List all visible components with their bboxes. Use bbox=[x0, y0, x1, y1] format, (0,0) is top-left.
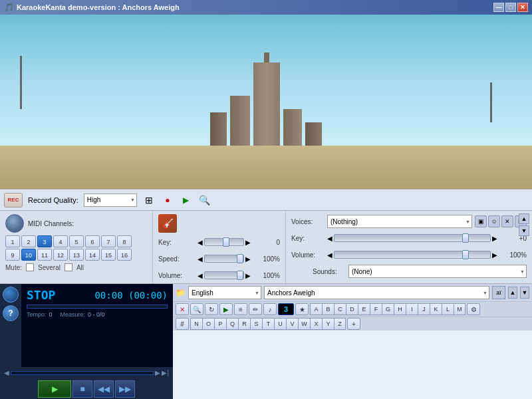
panel-arrow-dn[interactable]: ▼ bbox=[519, 225, 529, 236]
sounds-select-wrapper[interactable]: (None) bbox=[348, 265, 527, 278]
quality-select[interactable]: High Medium Low bbox=[84, 194, 137, 207]
several-checkbox[interactable] bbox=[26, 263, 34, 271]
alpha-J[interactable]: J bbox=[418, 303, 430, 315]
lyrics-arrow-dn[interactable]: ▼ bbox=[520, 287, 529, 299]
vkey-slider[interactable] bbox=[334, 234, 491, 242]
speed-left-arrow[interactable]: ◀ bbox=[198, 255, 203, 263]
stop-button[interactable]: ■ bbox=[72, 380, 92, 398]
channel-4[interactable]: 4 bbox=[53, 235, 68, 247]
alpha-X[interactable]: X bbox=[310, 318, 322, 330]
voices-icon-3[interactable]: ✕ bbox=[501, 215, 513, 227]
quality-select-wrapper[interactable]: High Medium Low bbox=[84, 194, 137, 207]
play-button[interactable]: ▶ bbox=[38, 380, 71, 398]
play-icon[interactable]: ▶ bbox=[180, 194, 193, 207]
speed-right-arrow[interactable]: ▶ bbox=[245, 255, 251, 263]
add-lyrics-btn[interactable]: + bbox=[347, 318, 360, 330]
vvol-slider[interactable] bbox=[334, 251, 491, 259]
channel-8[interactable]: 8 bbox=[117, 235, 132, 247]
alpha-C[interactable]: C bbox=[334, 303, 346, 315]
alpha-G[interactable]: G bbox=[382, 303, 394, 315]
ai-button[interactable]: aï bbox=[492, 286, 505, 299]
refresh-btn[interactable]: ↻ bbox=[205, 303, 218, 315]
grid-icon[interactable]: ⊞ bbox=[142, 194, 156, 207]
hash-btn[interactable]: # bbox=[176, 318, 189, 330]
alpha-Q[interactable]: Q bbox=[226, 318, 238, 330]
progress-bar[interactable] bbox=[27, 305, 168, 309]
key-right-arrow[interactable]: ▶ bbox=[245, 239, 251, 246]
sounds-select[interactable]: (None) bbox=[348, 265, 527, 278]
key-left-arrow[interactable]: ◀ bbox=[198, 239, 203, 246]
alpha-W[interactable]: W bbox=[298, 318, 310, 330]
speed-slider[interactable] bbox=[204, 255, 244, 263]
alpha-D[interactable]: D bbox=[346, 303, 358, 315]
vkey-left-arrow[interactable]: ◀ bbox=[327, 235, 332, 242]
star-btn[interactable]: ★ bbox=[295, 303, 309, 315]
rewind-button[interactable]: ◀◀ bbox=[94, 380, 114, 398]
alpha-O[interactable]: O bbox=[202, 318, 214, 330]
alpha-E[interactable]: E bbox=[358, 303, 370, 315]
scroll-right[interactable]: ▶ bbox=[155, 369, 160, 376]
record-icon[interactable]: ● bbox=[161, 194, 174, 207]
channel-15[interactable]: 15 bbox=[101, 249, 116, 261]
voices-icon-2[interactable]: ☺ bbox=[488, 215, 500, 227]
maximize-button[interactable]: □ bbox=[505, 3, 516, 12]
channel-3[interactable]: 3 bbox=[37, 235, 52, 247]
channel-11[interactable]: 11 bbox=[37, 249, 52, 261]
alpha-B[interactable]: B bbox=[322, 303, 334, 315]
song-select[interactable]: Anchors Aweigh bbox=[264, 286, 489, 299]
language-select[interactable]: English bbox=[188, 286, 261, 299]
lyrics-arrow-up[interactable]: ▲ bbox=[508, 287, 517, 299]
search-icon[interactable]: 🔍 bbox=[198, 194, 211, 207]
channel-9[interactable]: 9 bbox=[5, 249, 20, 261]
vvol-left-arrow[interactable]: ◀ bbox=[327, 251, 332, 259]
alpha-P[interactable]: P bbox=[214, 318, 226, 330]
scroll-end[interactable]: ▶| bbox=[162, 369, 169, 376]
vvol-right-arrow[interactable]: ▶ bbox=[492, 251, 497, 259]
alpha-H[interactable]: H bbox=[394, 303, 406, 315]
alpha-V[interactable]: V bbox=[286, 318, 298, 330]
channel-5[interactable]: 5 bbox=[69, 235, 84, 247]
delete-icon-btn[interactable]: ✕ bbox=[176, 303, 189, 315]
search-btn[interactable]: 🔍 bbox=[190, 303, 203, 315]
alpha-Z[interactable]: Z bbox=[334, 318, 346, 330]
panel-arrow-up[interactable]: ▲ bbox=[519, 213, 529, 224]
volume-right-arrow[interactable]: ▶ bbox=[245, 272, 251, 279]
alpha-T[interactable]: T bbox=[262, 318, 274, 330]
alpha-R[interactable]: R bbox=[238, 318, 250, 330]
rec-button[interactable]: REC bbox=[4, 193, 23, 207]
music-btn[interactable]: ♪ bbox=[263, 303, 277, 315]
globe-icon[interactable] bbox=[3, 287, 19, 303]
all-checkbox[interactable] bbox=[65, 263, 72, 271]
alpha-S[interactable]: S bbox=[250, 318, 262, 330]
alpha-M[interactable]: M bbox=[454, 303, 466, 315]
voices-icon-1[interactable]: ▣ bbox=[475, 215, 487, 227]
voices-select-wrapper[interactable]: (Nothing) bbox=[327, 215, 472, 228]
alpha-I[interactable]: I bbox=[406, 303, 418, 315]
info-icon[interactable]: ? bbox=[3, 305, 19, 321]
channel-12[interactable]: 12 bbox=[53, 249, 68, 261]
list-btn[interactable]: ≡ bbox=[234, 303, 247, 315]
channel-2[interactable]: 2 bbox=[21, 235, 36, 247]
play-sm-btn[interactable]: ▶ bbox=[219, 303, 233, 315]
channel-1[interactable]: 1 bbox=[5, 235, 20, 247]
vkey-right-arrow[interactable]: ▶ bbox=[492, 235, 497, 242]
volume-left-arrow[interactable]: ◀ bbox=[198, 272, 203, 279]
close-button[interactable]: ✕ bbox=[517, 3, 528, 12]
voices-select[interactable]: (Nothing) bbox=[327, 215, 472, 228]
alpha-U[interactable]: U bbox=[274, 318, 286, 330]
channel-6[interactable]: 6 bbox=[85, 235, 100, 247]
channel-10[interactable]: 10 bbox=[21, 249, 36, 261]
channel-7[interactable]: 7 bbox=[101, 235, 116, 247]
alpha-A[interactable]: A bbox=[310, 303, 322, 315]
alpha-N[interactable]: N bbox=[190, 318, 202, 330]
channel-13[interactable]: 13 bbox=[69, 249, 84, 261]
volume-slider[interactable] bbox=[204, 271, 244, 279]
settings-btn[interactable]: ⚙ bbox=[467, 303, 480, 315]
alpha-K[interactable]: K bbox=[430, 303, 442, 315]
minimize-button[interactable]: — bbox=[493, 3, 504, 12]
language-select-wrapper[interactable]: English bbox=[188, 286, 261, 299]
channel-16[interactable]: 16 bbox=[117, 249, 132, 261]
alpha-F[interactable]: F bbox=[370, 303, 382, 315]
alpha-Y[interactable]: Y bbox=[322, 318, 334, 330]
edit-btn[interactable]: ✏ bbox=[249, 303, 262, 315]
